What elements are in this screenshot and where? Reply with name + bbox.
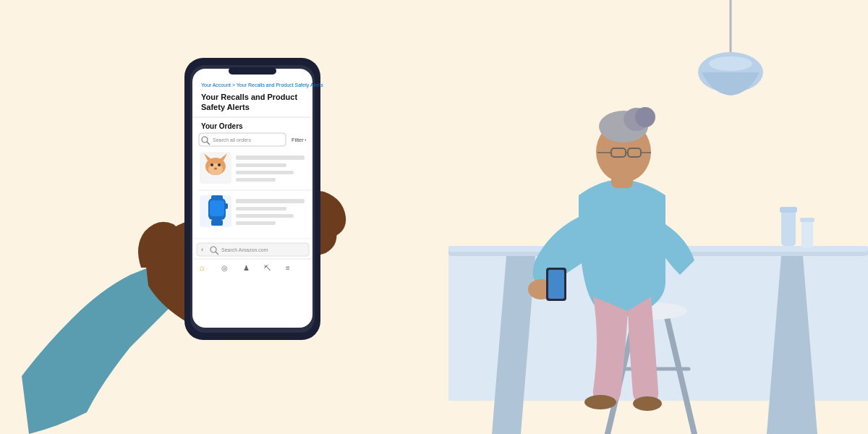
svg-text:‹: ‹ bbox=[201, 246, 203, 253]
svg-text:Safety Alerts: Safety Alerts bbox=[201, 103, 250, 111]
svg-rect-71 bbox=[236, 207, 286, 210]
svg-rect-69 bbox=[225, 203, 228, 209]
svg-rect-67 bbox=[211, 220, 223, 226]
svg-rect-33 bbox=[548, 270, 564, 299]
svg-rect-13 bbox=[800, 218, 814, 222]
svg-rect-70 bbox=[236, 199, 305, 203]
svg-rect-59 bbox=[236, 163, 286, 167]
svg-point-31 bbox=[633, 396, 662, 411]
svg-text:Your Recalls and Product: Your Recalls and Product bbox=[201, 93, 297, 101]
svg-rect-60 bbox=[236, 171, 294, 174]
svg-text:≡: ≡ bbox=[286, 264, 290, 272]
svg-text:Search Amazon.com: Search Amazon.com bbox=[221, 247, 268, 252]
svg-rect-11 bbox=[780, 207, 797, 213]
svg-rect-73 bbox=[236, 221, 276, 225]
svg-rect-68 bbox=[210, 200, 224, 216]
svg-text:⌂: ⌂ bbox=[200, 263, 205, 272]
svg-point-56 bbox=[218, 163, 221, 166]
svg-rect-66 bbox=[211, 195, 223, 200]
svg-text:Search all orders: Search all orders bbox=[213, 137, 251, 142]
svg-text:⛏: ⛏ bbox=[264, 264, 271, 272]
svg-text:Filter: Filter bbox=[292, 137, 304, 143]
scene: Your Account > Your Recalls and Product … bbox=[0, 0, 868, 434]
svg-point-23 bbox=[635, 107, 655, 127]
svg-rect-12 bbox=[801, 221, 813, 248]
svg-text:›: › bbox=[305, 137, 307, 143]
svg-point-55 bbox=[210, 163, 213, 166]
svg-text:♟: ♟ bbox=[243, 264, 250, 272]
svg-text:Your Account > Your Recalls an: Your Account > Your Recalls and Product … bbox=[201, 82, 323, 88]
svg-rect-72 bbox=[236, 214, 294, 218]
svg-rect-58 bbox=[236, 156, 305, 160]
svg-rect-37 bbox=[229, 67, 276, 75]
svg-point-57 bbox=[214, 168, 217, 170]
svg-text:Your Orders: Your Orders bbox=[201, 122, 243, 130]
svg-text:◎: ◎ bbox=[221, 264, 228, 272]
svg-point-9 bbox=[709, 56, 752, 71]
svg-rect-61 bbox=[236, 178, 276, 182]
svg-rect-10 bbox=[781, 210, 796, 246]
svg-point-30 bbox=[584, 395, 616, 409]
